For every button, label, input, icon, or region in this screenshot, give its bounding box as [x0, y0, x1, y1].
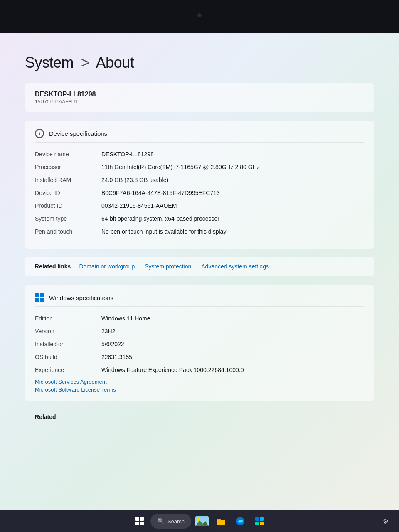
search-label: Search [167, 518, 185, 525]
windows-spec-label: Experience [35, 366, 101, 374]
related-links-container: Domain or workgroupSystem protectionAdva… [79, 263, 279, 270]
windows-spec-row: Version 23H2 [35, 327, 364, 336]
breadcrumb-separator: > [81, 54, 90, 71]
file-explorer-icon [216, 516, 226, 526]
spec-value: 24.0 GB (23.8 GB usable) [101, 176, 364, 185]
windows-spec-label: Installed on [35, 340, 101, 349]
spec-value: No pen or touch input is available for t… [101, 227, 364, 236]
windows-spec-value: 23H2 [101, 327, 364, 336]
spec-row: Processor 11th Gen Intel(R) Core(TM) i7-… [35, 163, 364, 172]
microsoft-link[interactable]: Microsoft Software License Terms [35, 387, 364, 393]
svg-rect-8 [260, 517, 264, 521]
device-name-card: DESKTOP-LL81298 15U70P-P.AAE8U1 [25, 83, 374, 112]
camera-dot [197, 13, 202, 17]
system-protection-link[interactable]: System protection [145, 263, 191, 270]
spec-value: 00342-21916-84561-AAOEM [101, 202, 364, 210]
windows-logo-icon [35, 293, 44, 302]
windows-spec-value: Windows 11 Home [101, 314, 364, 323]
spec-row: Pen and touch No pen or touch input is a… [35, 227, 364, 236]
related-bottom-label: Related [35, 414, 56, 420]
device-specs-card: i Device specifications Device name DESK… [25, 121, 374, 249]
spec-label: Processor [35, 163, 101, 172]
device-specs-header: i Device specifications [35, 129, 364, 143]
related-links-label: Related links [35, 263, 71, 270]
spec-label: Product ID [35, 202, 101, 210]
windows-specs-card: Windows specifications Edition Windows 1… [25, 285, 374, 401]
spec-value: DESKTOP-LL81298 [101, 150, 364, 159]
svg-rect-10 [260, 522, 264, 525]
spec-value: B0C9F7A6-164A-447E-815F-47D995EFC713 [101, 189, 364, 197]
spec-row: Device ID B0C9F7A6-164A-447E-815F-47D995… [35, 189, 364, 197]
svg-rect-9 [255, 522, 259, 525]
svg-rect-4 [217, 520, 225, 525]
taskbar-center: 🔍 Search [131, 513, 268, 530]
windows-links-container: Microsoft Services AgreementMicrosoft So… [35, 379, 364, 393]
device-name-secondary: 15U70P-P.AAE8U1 [35, 99, 364, 105]
microsoft-link[interactable]: Microsoft Services Agreement [35, 379, 364, 385]
svg-rect-7 [255, 517, 259, 521]
search-icon: 🔍 [157, 518, 164, 525]
spec-rows-container: Device name DESKTOP-LL81298 Processor 11… [35, 150, 364, 236]
edge-icon [235, 516, 245, 526]
related-links-row: Related links Domain or workgroupSystem … [25, 257, 374, 276]
spec-row: Device name DESKTOP-LL81298 [35, 150, 364, 159]
taskbar-right-area: ⚙ [379, 515, 392, 528]
breadcrumb-about: About [96, 54, 134, 71]
screen: System > About DESKTOP-LL81298 15U70P-P.… [0, 33, 399, 532]
taskbar-file-explorer[interactable] [213, 513, 229, 530]
spec-label: Device ID [35, 189, 101, 197]
taskbar: 🔍 Search [0, 510, 399, 532]
page-title: System > About [25, 54, 374, 71]
svg-point-3 [197, 517, 200, 521]
spec-label: Pen and touch [35, 227, 101, 236]
advanced-settings-link[interactable]: Advanced system settings [201, 263, 269, 270]
windows-spec-value: 5/6/2022 [101, 340, 364, 349]
content-area: System > About DESKTOP-LL81298 15U70P-P.… [0, 33, 399, 433]
spec-value: 64-bit operating system, x64-based proce… [101, 214, 364, 223]
spec-row: Installed RAM 24.0 GB (23.8 GB usable) [35, 176, 364, 185]
taskbar-store[interactable] [251, 513, 268, 530]
device-name-primary: DESKTOP-LL81298 [35, 91, 364, 98]
spec-label: Installed RAM [35, 176, 101, 185]
spec-row: System type 64-bit operating system, x64… [35, 214, 364, 223]
windows-spec-row: Edition Windows 11 Home [35, 314, 364, 323]
windows-spec-row: OS build 22631.3155 [35, 353, 364, 362]
windows-spec-value: 22631.3155 [101, 353, 364, 362]
related-bottom-section: Related [25, 409, 374, 424]
spec-value: 11th Gen Intel(R) Core(TM) i7-1165G7 @ 2… [101, 163, 364, 172]
domain-link[interactable]: Domain or workgroup [79, 263, 135, 270]
breadcrumb-system[interactable]: System [25, 54, 74, 71]
spec-label: Device name [35, 150, 101, 159]
info-icon: i [35, 129, 44, 138]
spec-label: System type [35, 214, 101, 223]
windows-specs-header: Windows specifications [35, 293, 364, 307]
taskbar-search[interactable]: 🔍 Search [150, 514, 191, 529]
windows-specs-title: Windows specifications [49, 294, 113, 301]
windows-spec-rows-container: Edition Windows 11 Home Version 23H2 Ins… [35, 314, 364, 374]
taskbar-settings-icon[interactable]: ⚙ [379, 515, 392, 528]
windows-spec-row: Experience Windows Feature Experience Pa… [35, 366, 364, 374]
windows-spec-label: Edition [35, 314, 101, 323]
windows-start-icon [135, 517, 144, 525]
windows-spec-value: Windows Feature Experience Pack 1000.226… [101, 366, 364, 374]
taskbar-landscape-app[interactable] [194, 513, 210, 530]
store-icon [254, 516, 264, 526]
svg-rect-5 [217, 519, 221, 520]
taskbar-edge[interactable] [232, 513, 249, 530]
spec-row: Product ID 00342-21916-84561-AAOEM [35, 202, 364, 210]
windows-spec-row: Installed on 5/6/2022 [35, 340, 364, 349]
windows-spec-label: Version [35, 327, 101, 336]
landscape-icon [195, 516, 209, 526]
camera-bar [0, 0, 399, 33]
device-specs-title: Device specifications [49, 130, 107, 137]
start-button[interactable] [131, 513, 148, 530]
windows-spec-label: OS build [35, 353, 101, 362]
